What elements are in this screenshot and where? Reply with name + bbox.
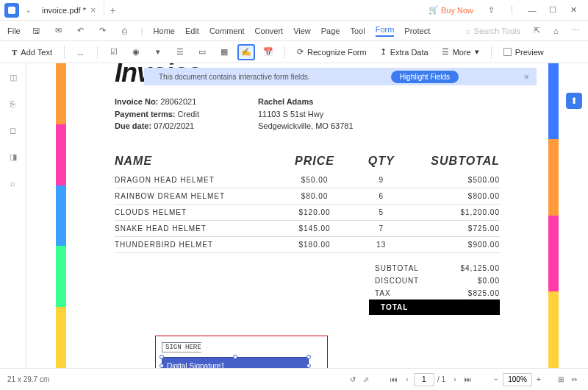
menu-convert[interactable]: Convert — [255, 26, 284, 35]
page-number-input[interactable] — [414, 373, 434, 386]
hand-tool-icon[interactable]: ↺ — [346, 375, 359, 383]
fit-page-icon[interactable]: ⊞ — [554, 375, 567, 383]
first-page-icon[interactable]: ⏮ — [387, 375, 401, 383]
menu-tool[interactable]: Tool — [350, 26, 365, 35]
totals-block: SUBTOTAL$4,125.00 DISCOUNT$0.00 TAX$825.… — [115, 262, 500, 315]
menu-page[interactable]: Page — [321, 26, 340, 35]
reupload-badge[interactable]: ⬆ — [566, 93, 582, 109]
thumbnail-panel-icon[interactable]: ◫ — [7, 71, 20, 84]
col-price: PRICE — [278, 155, 352, 168]
save-icon[interactable]: 🖫 — [31, 25, 43, 37]
resize-handle[interactable] — [306, 364, 311, 368]
radio-tool[interactable]: ◉ — [127, 44, 145, 60]
menu-view[interactable]: View — [293, 26, 311, 35]
print-icon[interactable]: ⎙ — [119, 25, 131, 37]
page-total: / 1 — [437, 375, 445, 383]
invoice-no-label: Invoice No: — [115, 97, 158, 106]
col-subtotal: SUBTOTAL — [411, 155, 500, 168]
payment-terms-value: Credit — [178, 110, 199, 118]
checkbox-tool[interactable]: ☑ — [105, 44, 123, 60]
menu-form[interactable]: Form — [376, 25, 395, 37]
window-minimize[interactable]: — — [522, 3, 542, 18]
window-maximize[interactable]: ☐ — [542, 3, 563, 18]
recognize-form-button[interactable]: ⟳ Recognize Form — [293, 47, 371, 57]
search-tools[interactable]: ⌕ Search Tools — [466, 26, 520, 35]
resize-handle[interactable] — [159, 355, 164, 359]
digital-signature-field[interactable]: Digital Signature1 — [162, 357, 309, 368]
statusbar: 21 x 29.7 cm ↺ ⬀ ⏮ ‹ / 1 › ⏭ − + ⊞ ⇔ — [0, 368, 588, 390]
redo-icon[interactable]: ↷ — [97, 25, 109, 37]
close-banner-icon[interactable]: × — [523, 71, 529, 82]
tax-label: TAX — [375, 289, 441, 297]
menu-home[interactable]: Home — [154, 26, 175, 35]
buy-now-link[interactable]: 🛒 Buy Now — [429, 5, 473, 15]
fit-width-icon[interactable]: ⇔ — [567, 375, 581, 383]
document-canvas[interactable]: ⬆ Invoice This document contains interac… — [26, 63, 588, 368]
table-row: SNAKE HEAD HELMET$145.007$725.00 — [115, 221, 500, 237]
more-icon[interactable]: ⋯ — [569, 25, 581, 37]
export-icon: ↥ — [380, 47, 387, 57]
preview-checkbox[interactable] — [503, 48, 512, 56]
subtotal-value: $4,125.00 — [441, 264, 500, 272]
chevron-down-icon[interactable]: ⌄ — [25, 5, 32, 15]
menu-edit[interactable]: Edit — [185, 26, 199, 35]
due-date-label: Due date: — [115, 121, 151, 130]
banner-message: This document contains interactive form … — [159, 73, 310, 81]
add-tab-button[interactable]: + — [104, 4, 122, 16]
table-row: THUNDERBIRD HELMET$180.0013$900.00 — [115, 237, 500, 253]
layers-panel-icon[interactable]: ◨ — [7, 150, 20, 163]
sign-here-tag: SIGN HERE — [162, 342, 208, 352]
total-value — [441, 303, 500, 311]
resize-handle[interactable] — [306, 355, 311, 359]
menu-file[interactable]: File — [7, 26, 21, 35]
menubar: File 🖫 ✉ ↶ ↷ ⎙ | Home Edit Comment Conve… — [0, 21, 588, 41]
app-logo — [4, 3, 19, 18]
invoice-no-value: 28062021 — [160, 97, 196, 106]
share-icon[interactable]: ⇪ — [481, 3, 501, 18]
more-button[interactable]: ☰ More ▾ — [437, 47, 484, 57]
resize-handle[interactable] — [159, 364, 164, 368]
window-close[interactable]: ✕ — [563, 3, 584, 18]
signature-selection-box[interactable]: SIGN HERE Digital Signature1 — [155, 336, 328, 368]
due-date-value: 07/02/2021 — [154, 121, 194, 130]
zoom-input[interactable] — [503, 373, 532, 386]
resize-handle[interactable] — [233, 355, 237, 359]
zoom-in-icon[interactable]: + — [532, 375, 545, 383]
button-tool[interactable]: ▭ — [193, 44, 211, 60]
undo-icon[interactable]: ↶ — [75, 25, 87, 37]
prev-page-icon[interactable]: ‹ — [401, 375, 414, 383]
table-row: CLOUDS HELMET$120.005$1,200.00 — [115, 205, 500, 221]
table-row: DRAGON HEAD HELMET$50.009$500.00 — [115, 172, 500, 188]
home-icon[interactable]: ⌂ — [550, 25, 562, 37]
bookmark-panel-icon[interactable]: ⎘ — [7, 97, 20, 110]
settings-icon[interactable]: ⋮ — [501, 3, 522, 18]
date-tool[interactable]: 📅 — [259, 44, 277, 60]
document-tab[interactable]: invoice.pdf * × — [35, 1, 104, 18]
image-tool[interactable]: ▦ — [215, 44, 233, 60]
subtotal-label: SUBTOTAL — [375, 264, 441, 272]
last-page-icon[interactable]: ⏭ — [462, 375, 475, 383]
text-icon: T — [12, 48, 17, 57]
external-link-icon[interactable]: ⇱ — [531, 25, 542, 37]
digital-signature-tool[interactable]: ✍ — [237, 44, 255, 60]
close-tab-icon[interactable]: × — [90, 4, 96, 15]
menu-protect[interactable]: Protect — [404, 26, 430, 35]
attachment-panel-icon[interactable]: ◻ — [7, 124, 20, 137]
mail-icon[interactable]: ✉ — [53, 25, 65, 37]
text-field-tool[interactable]: ⎵ — [72, 44, 90, 60]
listbox-tool[interactable]: ☰ — [171, 44, 189, 60]
search-icon: ⌕ — [466, 26, 471, 35]
total-label: TOTAL — [375, 303, 441, 311]
zoom-out-icon[interactable]: − — [490, 375, 503, 383]
extra-data-button[interactable]: ↥ Extra Data — [376, 47, 433, 57]
dropdown-tool[interactable]: ▾ — [149, 44, 167, 60]
menu-comment[interactable]: Comment — [209, 26, 245, 35]
discount-label: DISCOUNT — [375, 277, 441, 285]
pointer-tool-icon[interactable]: ⬀ — [359, 375, 373, 383]
add-text-tool[interactable]: T Add Text — [7, 48, 57, 57]
preview-toggle[interactable]: Preview — [499, 48, 548, 57]
search-panel-icon[interactable]: ⌕ — [7, 177, 20, 190]
col-name: NAME — [115, 155, 278, 168]
highlight-fields-button[interactable]: Highlight Fields — [391, 71, 459, 83]
next-page-icon[interactable]: › — [448, 375, 462, 383]
